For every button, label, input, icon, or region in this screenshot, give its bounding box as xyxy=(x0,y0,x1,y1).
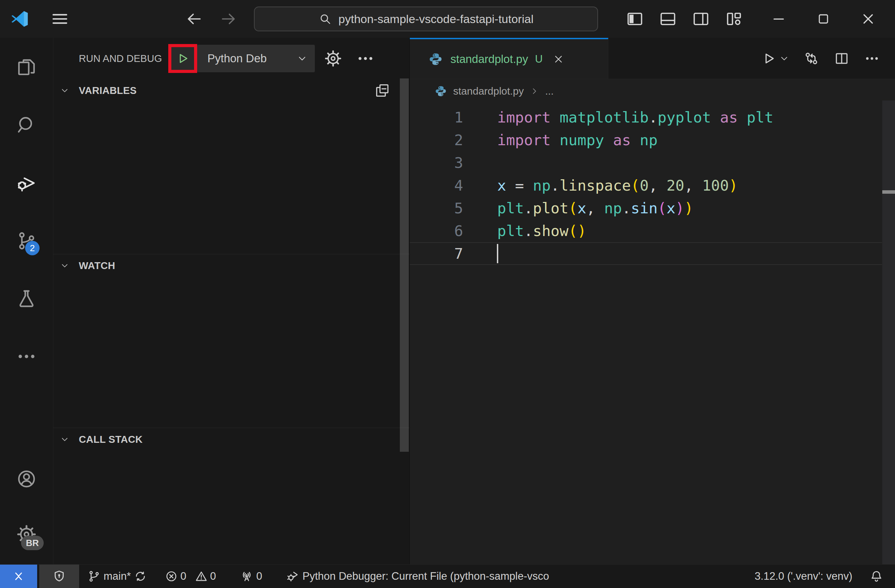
sync-icon xyxy=(134,570,147,583)
python-file-icon xyxy=(428,52,443,67)
command-center-label: python-sample-vscode-fastapi-tutorial xyxy=(338,12,534,26)
workspace-trust-button[interactable] xyxy=(39,565,79,588)
title-bar: python-sample-vscode-fastapi-tutorial xyxy=(0,0,895,38)
command-center-search[interactable]: python-sample-vscode-fastapi-tutorial xyxy=(254,6,598,31)
radio-tower-icon xyxy=(240,570,253,583)
editor-scrollbar[interactable] xyxy=(882,100,895,564)
toggle-primary-sidebar-button[interactable] xyxy=(626,10,644,28)
debug-start-icon xyxy=(176,51,190,66)
collapse-all-button[interactable] xyxy=(375,83,390,99)
code-line[interactable]: 5plt.plot(x, np.sin(x)) xyxy=(410,197,895,220)
warning-count: 0 xyxy=(210,570,216,582)
layout-sidebar-right-icon xyxy=(692,10,710,28)
breadcrumb-symbol[interactable]: ... xyxy=(545,85,554,97)
code-line[interactable]: 2import numpy as np xyxy=(410,129,895,152)
activity-explorer-button[interactable] xyxy=(15,56,38,79)
run-icon xyxy=(761,51,777,67)
tab-standardplot[interactable]: standardplot.py U xyxy=(410,38,608,79)
gear-icon xyxy=(324,49,342,68)
run-and-debug-sidebar: RUN AND DEBUG Python Deb VARIABLES xyxy=(53,38,410,564)
activity-search-button[interactable] xyxy=(15,114,38,137)
more-actions-button[interactable] xyxy=(864,51,880,67)
code-text: x = np.linspace(0, 20, 100) xyxy=(463,174,738,197)
start-debugging-button-highlighted[interactable] xyxy=(168,44,197,73)
code-editor[interactable]: 1import matplotlib.pyplot as plt2import … xyxy=(410,103,895,265)
split-editor-button[interactable] xyxy=(834,51,849,67)
tab-bar: standardplot.py U xyxy=(410,38,895,79)
activity-more-views-button[interactable] xyxy=(15,345,38,368)
variables-pane-header[interactable]: VARIABLES xyxy=(53,79,410,102)
code-text xyxy=(463,152,497,174)
forwarded-ports-button[interactable]: 0 xyxy=(240,570,262,583)
problems-button[interactable]: 0 0 xyxy=(165,570,216,583)
activity-run-debug-button[interactable] xyxy=(15,171,38,195)
editor-group: standardplot.py U standardplot.py ... 1i… xyxy=(410,38,895,564)
hamburger-icon xyxy=(50,9,70,29)
status-bar-right: 3.12.0 ('.venv': venv) xyxy=(755,570,895,583)
code-line[interactable]: 4x = np.linspace(0, 20, 100) xyxy=(410,174,895,197)
tab-close-button[interactable] xyxy=(552,53,565,65)
customize-layout-button[interactable] xyxy=(725,10,743,28)
scm-badge: 2 xyxy=(25,241,39,255)
error-icon xyxy=(165,570,178,583)
toggle-panel-button[interactable] xyxy=(659,10,677,28)
code-line[interactable]: 3 xyxy=(410,152,895,174)
error-count: 0 xyxy=(180,570,186,582)
chevron-down-icon xyxy=(60,261,69,270)
layout-sidebar-left-icon xyxy=(626,10,644,28)
maximize-icon xyxy=(816,11,831,26)
code-lines: 1import matplotlib.pyplot as plt2import … xyxy=(410,106,895,265)
line-number: 7 xyxy=(410,242,463,265)
split-editor-icon xyxy=(834,51,849,67)
breadcrumb-file[interactable]: standardplot.py xyxy=(453,85,524,97)
views-and-more-actions-button[interactable] xyxy=(356,49,375,68)
line-number: 3 xyxy=(410,152,463,174)
line-number: 6 xyxy=(410,220,463,242)
editor-actions xyxy=(761,38,895,79)
open-launch-json-button[interactable] xyxy=(324,49,342,68)
activity-source-control-button[interactable]: 2 xyxy=(15,229,38,253)
call-stack-pane-header[interactable]: CALL STACK xyxy=(53,428,410,451)
chevron-down-icon xyxy=(60,86,69,95)
manage-settings-button[interactable]: BR xyxy=(15,523,38,546)
code-text xyxy=(463,242,497,265)
beaker-icon xyxy=(16,288,37,309)
layout-customize-icon xyxy=(725,10,743,28)
python-interpreter-button[interactable]: 3.12.0 ('.venv': venv) xyxy=(755,570,853,582)
pane-title: CALL STACK xyxy=(79,434,143,445)
navigate-back-button[interactable] xyxy=(185,10,203,28)
window-close-button[interactable] xyxy=(859,10,877,28)
title-bar-center: python-sample-vscode-fastapi-tutorial xyxy=(185,0,598,38)
code-line[interactable]: 6plt.show() xyxy=(410,220,895,242)
code-line[interactable]: 1import matplotlib.pyplot as plt xyxy=(410,106,895,129)
watch-pane-header[interactable]: WATCH xyxy=(53,254,410,277)
run-python-file-button[interactable] xyxy=(761,51,789,67)
vscode-logo-icon xyxy=(10,9,30,29)
accounts-button[interactable] xyxy=(15,467,38,491)
activity-testing-button[interactable] xyxy=(15,287,38,310)
minimize-icon xyxy=(771,11,787,27)
open-changes-button[interactable] xyxy=(804,51,819,67)
remote-indicator-button[interactable] xyxy=(0,565,37,588)
branch-name: main* xyxy=(103,570,131,582)
navigate-forward-button[interactable] xyxy=(220,10,237,28)
chevron-down-icon xyxy=(297,53,307,64)
debug-configuration-status-button[interactable]: Python Debugger: Current File (python-sa… xyxy=(286,570,549,583)
title-bar-controls xyxy=(626,10,895,28)
sidebar-scrollbar[interactable] xyxy=(400,79,409,452)
menu-hamburger-button[interactable] xyxy=(49,8,71,30)
debug-configuration-dropdown[interactable]: Python Deb xyxy=(197,45,315,72)
git-branch-button[interactable]: main* xyxy=(87,570,147,583)
close-icon xyxy=(860,11,877,27)
ellipsis-icon xyxy=(864,51,880,67)
untracked-badge: U xyxy=(535,53,543,65)
account-icon xyxy=(16,468,37,489)
toggle-secondary-sidebar-button[interactable] xyxy=(692,10,710,28)
window-minimize-button[interactable] xyxy=(770,10,788,28)
code-line[interactable]: 7 xyxy=(410,242,895,265)
collapse-all-icon xyxy=(375,83,390,99)
activity-bar: 2 BR xyxy=(0,38,53,564)
window-maximize-button[interactable] xyxy=(815,10,832,28)
git-branch-icon xyxy=(87,570,100,583)
bell-icon[interactable] xyxy=(869,570,883,583)
